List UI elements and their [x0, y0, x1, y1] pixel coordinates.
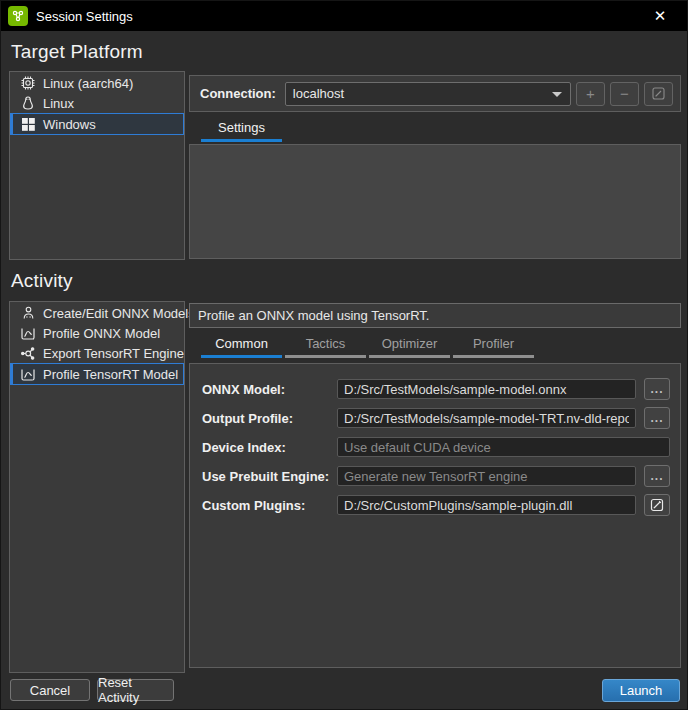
add-connection-button[interactable]: + — [576, 82, 605, 106]
nvidia-app-icon — [8, 6, 28, 26]
activity-tab-bar: Common Tactics Optimizer Profiler — [201, 334, 534, 358]
pencil-icon — [652, 87, 665, 100]
platform-list: Linux (aarch64) Linux — [9, 71, 185, 260]
connection-box: Connection: localhost + − — [189, 75, 681, 112]
activity-item-export-tensorrt[interactable]: Export TensorRT Engine — [10, 343, 184, 363]
pencil-icon — [650, 498, 664, 512]
activity-item-label: Profile TensorRT Model — [43, 367, 178, 382]
form-row-device-index: Device Index: — [202, 437, 670, 457]
custom-plugins-input[interactable] — [337, 495, 636, 515]
profile-chart-icon — [20, 366, 36, 382]
tab-tactics[interactable]: Tactics — [285, 334, 366, 358]
platform-item-linux[interactable]: Linux — [10, 93, 184, 113]
network-icon — [20, 345, 36, 361]
profile-chart-icon — [20, 325, 36, 341]
device-index-label: Device Index: — [202, 440, 337, 455]
settings-panel — [189, 144, 681, 259]
output-profile-browse-button[interactable]: ... — [644, 407, 670, 429]
output-profile-label: Output Profile: — [202, 411, 337, 426]
user-icon — [20, 305, 36, 321]
title-bar: Session Settings ✕ — [1, 1, 687, 31]
platform-item-linux-aarch64[interactable]: Linux (aarch64) — [10, 73, 184, 93]
cancel-button[interactable]: Cancel — [10, 679, 90, 701]
session-settings-dialog: Session Settings ✕ Target Platform Linux… — [0, 0, 688, 710]
connection-dropdown[interactable]: localhost — [285, 82, 571, 106]
platform-item-label: Linux — [43, 96, 74, 111]
tab-profiler[interactable]: Profiler — [453, 334, 534, 358]
common-settings-form: ONNX Model: ... Output Profile: ... Devi… — [189, 363, 681, 668]
onnx-model-input[interactable] — [337, 379, 636, 399]
launch-button[interactable]: Launch — [602, 679, 680, 702]
ellipsis-icon: ... — [650, 384, 663, 394]
form-row-onnx-model: ONNX Model: ... — [202, 379, 670, 399]
platform-item-windows[interactable]: Windows — [10, 113, 184, 135]
form-row-custom-plugins: Custom Plugins: — [202, 495, 670, 515]
activity-heading: Activity — [11, 270, 73, 292]
activity-item-label: Create/Edit ONNX Models — [43, 306, 195, 321]
chevron-down-icon — [552, 92, 562, 97]
custom-plugins-label: Custom Plugins: — [202, 498, 337, 513]
windows-icon — [20, 116, 36, 132]
prebuilt-engine-label: Use Prebuilt Engine: — [202, 469, 337, 484]
activity-description: Profile an ONNX model using TensorRT. — [198, 308, 429, 323]
close-icon[interactable]: ✕ — [643, 1, 677, 31]
prebuilt-engine-browse-button[interactable]: ... — [644, 465, 670, 487]
device-index-input[interactable] — [337, 437, 670, 457]
output-profile-input[interactable] — [337, 408, 636, 428]
reset-activity-button[interactable]: Reset Activity — [97, 679, 174, 701]
onnx-model-label: ONNX Model: — [202, 382, 337, 397]
window-title: Session Settings — [36, 9, 133, 24]
ellipsis-icon: ... — [650, 413, 663, 423]
activity-description-box: Profile an ONNX model using TensorRT. — [189, 303, 681, 328]
platform-item-label: Windows — [43, 117, 96, 132]
penguin-icon — [20, 95, 36, 111]
connection-label: Connection: — [200, 86, 276, 101]
activity-item-profile-tensorrt[interactable]: Profile TensorRT Model — [10, 363, 184, 385]
edit-connection-button[interactable] — [644, 82, 673, 106]
onnx-model-browse-button[interactable]: ... — [644, 378, 670, 400]
tab-settings[interactable]: Settings — [201, 118, 282, 142]
connection-value: localhost — [293, 86, 344, 101]
activity-item-profile-onnx[interactable]: Profile ONNX Model — [10, 323, 184, 343]
tab-common[interactable]: Common — [201, 334, 282, 358]
chip-icon — [20, 75, 36, 91]
plus-icon: + — [586, 85, 595, 102]
activity-list: Create/Edit ONNX Models Profile ONNX Mod… — [9, 301, 185, 673]
activity-item-label: Profile ONNX Model — [43, 326, 160, 341]
target-platform-heading: Target Platform — [11, 41, 143, 63]
platform-item-label: Linux (aarch64) — [43, 76, 133, 91]
form-row-output-profile: Output Profile: ... — [202, 408, 670, 428]
form-row-prebuilt-engine: Use Prebuilt Engine: ... — [202, 466, 670, 486]
ellipsis-icon: ... — [650, 471, 663, 481]
tab-optimizer[interactable]: Optimizer — [369, 334, 450, 358]
settings-tab-bar: Settings — [201, 118, 282, 142]
custom-plugins-edit-button[interactable] — [644, 494, 670, 516]
remove-connection-button[interactable]: − — [610, 82, 639, 106]
activity-item-create-edit-onnx[interactable]: Create/Edit ONNX Models — [10, 303, 184, 323]
prebuilt-engine-input[interactable] — [337, 466, 636, 486]
minus-icon: − — [620, 85, 629, 102]
activity-item-label: Export TensorRT Engine — [43, 346, 184, 361]
